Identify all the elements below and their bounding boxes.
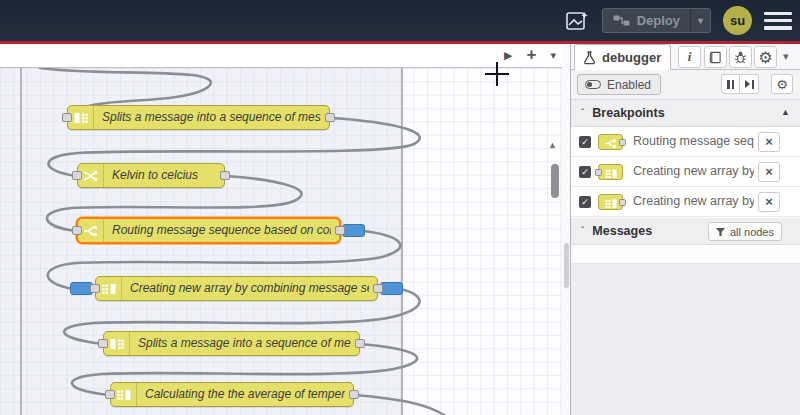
canvas-scroll-up-icon[interactable]: ▲: [548, 140, 557, 150]
debugger-settings-button[interactable]: ⚙: [771, 74, 793, 94]
messages-section-header[interactable]: ˆ︎ Messages all nodes: [571, 218, 800, 245]
list-scroll-up-icon[interactable]: ▲: [781, 107, 790, 117]
filter-label: all nodes: [730, 226, 774, 238]
sidebar-background: [571, 264, 800, 415]
flask-icon: [583, 51, 596, 65]
breakpoint-label: Creating new array by combining message …: [633, 157, 754, 186]
main-menu-icon[interactable]: [764, 10, 792, 32]
step-icon: [745, 80, 750, 88]
enabled-label: Enabled: [607, 78, 651, 92]
sidebar-tabbar: debugger i ⚙ ▾: [571, 44, 800, 70]
flow-canvas[interactable]: Splits a message into a sequence of mess…: [0, 68, 562, 415]
breakpoints-section-header[interactable]: ˆ︎ Breakpoints ▲: [571, 100, 800, 127]
mini-output-port: [619, 139, 626, 146]
join-icon: [603, 167, 619, 180]
output-breakpoint-marker[interactable]: [380, 282, 403, 295]
flow-tabbar: ▶ + ▾: [0, 44, 562, 68]
user-avatar[interactable]: su: [723, 6, 752, 35]
messages-empty-list: [571, 247, 800, 264]
mini-input-port: [595, 169, 602, 176]
bug-icon[interactable]: [729, 46, 752, 68]
node-label: Creating new array by combining message …: [130, 277, 369, 300]
app-header: Deploy ▾ su: [0, 0, 800, 41]
sidebar-menu-caret-icon[interactable]: ▾: [783, 50, 789, 63]
breakpoint-checkbox[interactable]: ✓: [579, 136, 591, 148]
avatar-initials: su: [730, 13, 745, 28]
flow-node-split[interactable]: Splits a message into a sequence of mess…: [67, 105, 330, 130]
book-icon[interactable]: [704, 46, 727, 68]
remove-breakpoint-button[interactable]: ×: [758, 192, 780, 212]
export-image-icon[interactable]: [564, 8, 590, 34]
node-label: Kelvin to celcius: [112, 164, 216, 187]
debugger-enabled-toggle[interactable]: Enabled: [577, 74, 661, 95]
mini-node-join: [598, 164, 623, 180]
wire[interactable]: [354, 395, 444, 415]
breakpoint-row[interactable]: ✓ Creating new array by combining messag…: [571, 157, 800, 187]
node-output-port[interactable]: [335, 226, 345, 235]
node-input-port[interactable]: [72, 226, 82, 235]
deploy-button[interactable]: Deploy ▾: [602, 8, 711, 33]
node-output-port[interactable]: [325, 113, 335, 122]
section-title: Messages: [592, 224, 652, 238]
breakpoint-label: Creating new array by combining message …: [633, 187, 754, 216]
funnel-icon: [716, 228, 725, 236]
crosshair-cursor: [496, 62, 498, 86]
add-flow-button[interactable]: +: [527, 46, 537, 63]
mini-output-port: [619, 199, 626, 206]
message-filter-button[interactable]: all nodes: [708, 222, 782, 241]
remove-breakpoint-button[interactable]: ×: [758, 132, 780, 152]
sidebar-separator[interactable]: [562, 44, 570, 415]
deploy-node-icon: [613, 15, 630, 26]
sidebar: debugger i ⚙ ▾: [570, 44, 800, 415]
flow-node-join[interactable]: Calculating the the average of temperatu…: [110, 382, 354, 407]
pause-button[interactable]: [721, 74, 740, 94]
remove-breakpoint-button[interactable]: ×: [758, 162, 780, 182]
breakpoint-row[interactable]: ✓ Creating new array by combining messag…: [571, 187, 800, 217]
tab-debugger[interactable]: debugger: [574, 44, 671, 70]
separator-grip-handle[interactable]: [564, 243, 569, 288]
mini-node-join: [598, 194, 623, 210]
step-button[interactable]: [740, 74, 759, 94]
node-label: Splits a message into a sequence of mess…: [102, 106, 321, 129]
info-icon[interactable]: i: [678, 46, 701, 68]
toggle-icon: [585, 80, 601, 89]
flow-list-caret-icon[interactable]: ▾: [550, 50, 556, 61]
node-output-port[interactable]: [373, 284, 383, 293]
node-input-port[interactable]: [90, 284, 100, 293]
mini-node-switch: [598, 134, 623, 150]
node-red-editor: Deploy ▾ su ▶ + ▾: [0, 0, 800, 415]
switch-icon: [603, 137, 619, 150]
breakpoint-checkbox[interactable]: ✓: [579, 196, 591, 208]
breakpoint-label: Routing message sequence based on condit…: [633, 127, 754, 156]
deploy-label: Deploy: [637, 13, 680, 28]
node-input-port[interactable]: [98, 339, 108, 348]
join-icon: [603, 197, 619, 210]
breakpoint-row[interactable]: ✓ Routing message sequence based on cond…: [571, 127, 800, 157]
flow-node-change[interactable]: Kelvin to celcius: [77, 163, 225, 188]
node-input-port[interactable]: [62, 113, 72, 122]
node-output-port[interactable]: [355, 339, 365, 348]
node-label: Splits a message into a sequence of mess…: [138, 332, 351, 355]
chevron-down-icon: ˆ︎: [581, 108, 584, 119]
pause-icon: [727, 80, 730, 89]
gear-icon[interactable]: ⚙: [754, 46, 777, 68]
canvas-scrollbar-thumb[interactable]: [551, 164, 559, 198]
tab-label: debugger: [602, 50, 661, 65]
node-label: Calculating the the average of temperatu…: [145, 383, 345, 406]
debugger-toolbar: Enabled ⚙: [571, 70, 800, 100]
flow-node-join[interactable]: Creating new array by combining message …: [95, 276, 378, 301]
node-label: Routing message sequence based on condit…: [112, 219, 331, 242]
flow-node-split[interactable]: Splits a message into a sequence of mess…: [103, 331, 360, 356]
flow-node-switch[interactable]: Routing message sequence based on condit…: [77, 218, 340, 243]
deploy-options-caret[interactable]: ▾: [690, 9, 710, 32]
tab-scroll-icon[interactable]: ▶: [504, 50, 512, 61]
chevron-down-icon: ˆ︎: [581, 226, 584, 237]
breakpoint-checkbox[interactable]: ✓: [579, 166, 591, 178]
node-input-port[interactable]: [105, 390, 115, 399]
node-output-port[interactable]: [349, 390, 359, 399]
node-input-port[interactable]: [72, 171, 82, 180]
output-breakpoint-marker[interactable]: [342, 224, 365, 237]
node-output-port[interactable]: [220, 171, 230, 180]
section-title: Breakpoints: [592, 106, 664, 120]
